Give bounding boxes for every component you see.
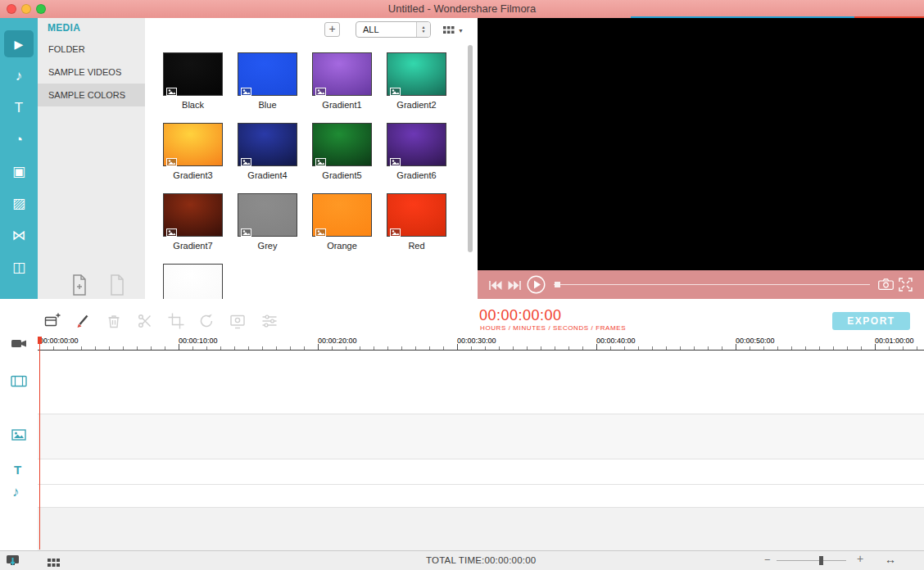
swatch-black[interactable]: Black	[163, 52, 223, 123]
advanced-tools-icon[interactable]	[261, 313, 278, 329]
media-filter-select[interactable]: ALL ▲▼	[356, 21, 431, 38]
image-track-icon	[11, 429, 26, 444]
tool-elements[interactable]: ▨	[0, 188, 38, 219]
swatch-gradient5[interactable]: Gradient5	[312, 123, 372, 193]
skip-forward-icon[interactable]	[508, 279, 522, 294]
image-icon	[315, 84, 326, 93]
tool-overlays[interactable]: ▣	[0, 156, 38, 188]
skip-to-start-icon[interactable]	[488, 279, 502, 294]
swatch-partial[interactable]	[163, 264, 223, 299]
swatch-gradient1[interactable]: Gradient1	[312, 52, 372, 123]
titlebar: Untitled - Wondershare Filmora	[0, 0, 924, 18]
image-icon	[315, 225, 326, 233]
import-file-icon[interactable]	[71, 274, 88, 299]
sidebar-item-folder[interactable]: FOLDER	[38, 38, 145, 61]
fullscreen-icon[interactable]	[899, 278, 913, 295]
playback-slider-handle[interactable]	[555, 282, 560, 287]
ruler-label: 00:00:00:00	[39, 337, 79, 345]
blank-file-icon[interactable]	[109, 274, 125, 299]
zoom-slider-handle[interactable]	[819, 556, 823, 565]
swatch-gradient3[interactable]: Gradient3	[163, 123, 223, 193]
tool-transitions[interactable]: ⋈	[0, 219, 38, 251]
video-track[interactable]	[38, 351, 924, 414]
playhead-handle[interactable]	[38, 337, 42, 344]
tool-audio[interactable]: ♪	[0, 60, 38, 92]
timeline-empty-area	[38, 508, 924, 550]
filmstrip-icon	[11, 375, 27, 391]
preview-viewport	[478, 18, 924, 299]
sidebar-item-sample-videos[interactable]: SAMPLE VIDEOS	[38, 61, 145, 84]
image-icon	[390, 84, 401, 93]
image-icon	[390, 155, 401, 163]
swatch-gradient2[interactable]: Gradient2	[387, 52, 446, 123]
play-button[interactable]	[527, 275, 546, 297]
grid-view-icon	[443, 23, 455, 38]
playback-slider-track[interactable]	[554, 284, 870, 285]
zoom-slider-track[interactable]	[777, 560, 846, 561]
rotate-icon[interactable]	[198, 313, 215, 329]
timecode-display: 00:00:00:00	[479, 307, 562, 324]
grid-view-button[interactable]: ▼	[443, 24, 471, 37]
add-to-timeline-icon[interactable]	[44, 313, 61, 329]
swatch-red[interactable]: Red	[387, 193, 446, 264]
image-icon	[241, 225, 251, 233]
tool-media-library[interactable]: ▶	[0, 28, 38, 60]
swatch-grey[interactable]: Grey	[238, 193, 297, 264]
ruler-label: 00:00:30:00	[457, 337, 496, 345]
total-time-label: TOTAL TIME:00:00:00:00	[426, 555, 536, 565]
capture-frame-icon[interactable]	[229, 313, 246, 329]
zoom-fit-button[interactable]: ↔	[885, 553, 896, 566]
split-screen-icon: ◫	[12, 260, 25, 274]
playhead-line	[39, 344, 40, 550]
swatch-label: Gradient3	[163, 170, 223, 180]
swatch-gradient7[interactable]: Gradient7	[163, 193, 223, 264]
record-voiceover-icon[interactable]	[75, 313, 91, 329]
crop-icon[interactable]	[168, 313, 184, 329]
swatch-label: Grey	[238, 241, 297, 251]
delete-icon[interactable]	[106, 313, 122, 329]
swatch-label: Gradient2	[387, 100, 446, 110]
audio-icon: ♪	[16, 69, 23, 83]
window-title: Untitled - Wondershare Filmora	[0, 0, 924, 18]
swatch-gradient6[interactable]: Gradient6	[387, 123, 446, 193]
media-scrollbar[interactable]	[468, 45, 473, 252]
swatch-label: Gradient1	[312, 100, 372, 110]
update-download-icon[interactable]	[6, 554, 20, 570]
pip-track[interactable]	[38, 414, 924, 459]
sidebar-item-list: FOLDER SAMPLE VIDEOS SAMPLE COLORS	[38, 38, 145, 106]
text-titles-icon: T	[15, 101, 23, 115]
filmora-window: Untitled - Wondershare Filmora ▶ ♪ T ◔ ▣…	[0, 0, 924, 570]
overlays-icon: ▣	[12, 165, 25, 179]
image-icon	[241, 155, 251, 163]
add-media-button[interactable]: +	[324, 22, 340, 37]
track-manager-icon[interactable]	[48, 556, 60, 570]
image-icon	[241, 84, 251, 93]
media-filter-value: ALL	[356, 22, 416, 37]
swatch-label: Gradient4	[238, 170, 297, 180]
select-stepper-icon: ▲▼	[416, 22, 430, 37]
chevron-down-icon: ▼	[458, 28, 464, 34]
swatch-label: Black	[163, 100, 223, 110]
swatch-orange[interactable]: Orange	[312, 193, 372, 264]
swatch-blue[interactable]: Blue	[238, 52, 297, 123]
ruler-major-ticks	[39, 344, 924, 350]
snapshot-camera-icon[interactable]	[878, 278, 894, 293]
image-icon	[315, 155, 326, 163]
split-scissors-icon[interactable]	[137, 313, 153, 329]
transitions-icon: ⋈	[12, 228, 26, 242]
swatch-gradient4[interactable]: Gradient4	[238, 123, 297, 193]
zoom-in-button[interactable]: +	[857, 552, 863, 565]
export-button[interactable]: EXPORT	[832, 312, 910, 330]
sidebar-item-sample-colors[interactable]: SAMPLE COLORS	[38, 84, 145, 106]
text-track[interactable]	[38, 459, 924, 485]
zoom-out-button[interactable]: −	[764, 554, 771, 566]
timeline-ruler[interactable]: 00:00:00:0000:00:10:0000:00:20:0000:00:3…	[38, 336, 924, 351]
elements-icon: ▨	[12, 197, 25, 210]
left-toolbar: ▶ ♪ T ◔ ▣ ▨ ⋈ ◫	[0, 18, 38, 299]
tool-filters[interactable]: ◔	[0, 124, 38, 156]
tool-text-titles[interactable]: T	[0, 92, 38, 124]
timecode-caption: HOURS / MINUTES / SECONDS / FRAMES	[480, 324, 626, 332]
tool-split-screen[interactable]: ◫	[0, 251, 38, 283]
music-track[interactable]	[38, 485, 924, 508]
ruler-label: 00:00:20:00	[318, 337, 357, 345]
